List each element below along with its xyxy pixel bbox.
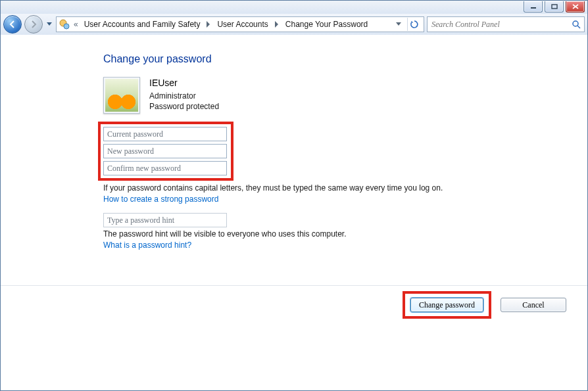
user-meta: IEUser Administrator Password protected <box>149 77 219 112</box>
svg-rect-1 <box>552 5 557 9</box>
breadcrumb-item[interactable]: Change Your Password <box>283 20 370 29</box>
breadcrumb-overflow-icon[interactable]: « <box>72 20 80 29</box>
footer: Change password Cancel <box>1 291 587 320</box>
address-bar[interactable]: « User Accounts and Family Safety User A… <box>56 16 424 32</box>
breadcrumb-separator-icon[interactable] <box>205 18 212 30</box>
cancel-button[interactable]: Cancel <box>501 298 566 312</box>
caps-lock-note: If your password contains capital letter… <box>103 183 458 193</box>
password-hint-input[interactable] <box>103 213 227 227</box>
change-password-button[interactable]: Change password <box>410 298 483 312</box>
footer-separator <box>1 285 587 286</box>
control-panel-icon <box>59 19 70 30</box>
user-name: IEUser <box>149 77 219 89</box>
svg-rect-0 <box>531 7 536 9</box>
highlight-change-password: Change password <box>403 291 491 319</box>
breadcrumb-separator-icon[interactable] <box>273 18 281 30</box>
nav-history-dropdown[interactable] <box>45 16 53 33</box>
password-hint-link[interactable]: What is a password hint? <box>103 241 191 250</box>
hint-visibility-note: The password hint will be visible to eve… <box>103 229 458 239</box>
current-password-input[interactable] <box>103 127 227 141</box>
svg-point-4 <box>573 21 578 26</box>
nav-back-button[interactable] <box>3 15 22 34</box>
explorer-navbar: « User Accounts and Family Safety User A… <box>1 14 587 35</box>
highlight-password-fields <box>98 122 233 181</box>
search-icon[interactable] <box>571 20 581 29</box>
window-titlebar <box>1 1 587 14</box>
window-close-button[interactable] <box>566 1 585 12</box>
page-title: Change your password <box>103 53 511 65</box>
confirm-password-input[interactable] <box>103 161 227 175</box>
user-avatar <box>103 77 140 114</box>
svg-line-5 <box>577 26 580 28</box>
window-maximize-button[interactable] <box>545 1 564 12</box>
search-box[interactable] <box>427 16 585 32</box>
breadcrumb-item[interactable]: User Accounts <box>215 20 270 29</box>
svg-point-3 <box>64 24 69 29</box>
search-input[interactable] <box>430 19 571 30</box>
new-password-input[interactable] <box>103 144 227 158</box>
strong-password-link[interactable]: How to create a strong password <box>103 195 218 204</box>
content-area: Change your password IEUser Administrato… <box>1 35 587 390</box>
window-minimize-button[interactable] <box>524 1 543 12</box>
breadcrumb-item[interactable]: User Accounts and Family Safety <box>82 20 203 29</box>
nav-forward-button[interactable] <box>24 15 43 34</box>
user-role: Administrator <box>149 91 219 101</box>
user-status: Password protected <box>149 101 219 112</box>
refresh-button[interactable] <box>407 18 421 31</box>
address-dropdown-icon[interactable] <box>394 22 403 26</box>
